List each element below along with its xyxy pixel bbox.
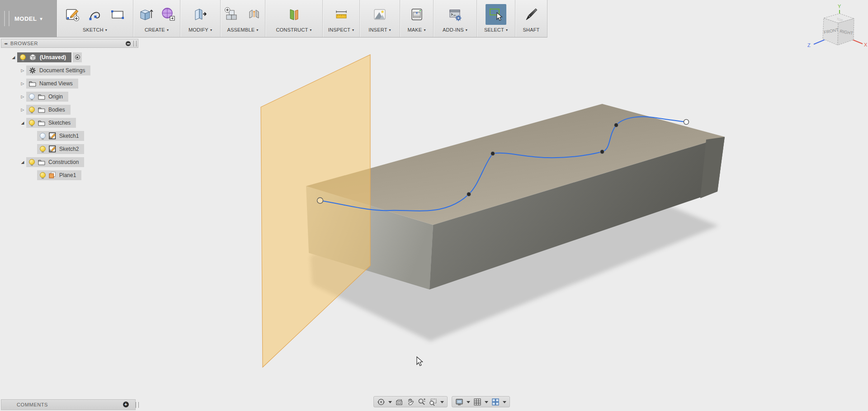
- chevron-down-icon[interactable]: [467, 401, 470, 403]
- tree-row-root[interactable]: ◢ (Unsaved): [1, 51, 138, 64]
- expander-icon[interactable]: ▷: [19, 81, 26, 86]
- spline-fit-point[interactable]: [467, 192, 471, 196]
- expander-icon[interactable]: ◢: [10, 55, 17, 60]
- panel-resize-grip[interactable]: [133, 41, 137, 47]
- expander-icon[interactable]: ▷: [19, 107, 26, 112]
- measure-icon[interactable]: [333, 6, 349, 23]
- toolbar-group-label[interactable]: MODIFY: [189, 27, 208, 33]
- toolbar-group-label[interactable]: CREATE: [145, 27, 165, 33]
- toolbar-group-label[interactable]: SHAFT: [523, 27, 539, 33]
- expander-icon[interactable]: ▷: [19, 94, 26, 99]
- shaft-tool-icon[interactable]: [523, 6, 539, 23]
- toolbar-group-label[interactable]: ASSEMBLE: [227, 27, 255, 33]
- visibility-bulb-icon[interactable]: [20, 54, 26, 60]
- toolbar-group-label[interactable]: SELECT: [484, 27, 504, 33]
- grid-icon[interactable]: [473, 398, 481, 406]
- tree-row-construction[interactable]: ◢ Construction: [1, 155, 138, 168]
- tree-row-label[interactable]: (Unsaved): [40, 54, 66, 61]
- tree-row-label[interactable]: Bodies: [48, 107, 65, 113]
- expander-icon[interactable]: ▷: [19, 68, 26, 73]
- select-tool-icon[interactable]: [488, 6, 504, 23]
- visibility-bulb-icon[interactable]: [29, 93, 35, 99]
- tree-row-label[interactable]: Document Settings: [39, 67, 85, 74]
- tree-row-label[interactable]: Plane1: [59, 172, 76, 178]
- visibility-bulb-icon[interactable]: [29, 159, 35, 165]
- sketch-icon: [49, 145, 56, 153]
- activate-component-radio[interactable]: [73, 52, 82, 62]
- browser-header[interactable]: ◂◂ BROWSER: [1, 39, 138, 48]
- folder-icon: [38, 120, 45, 126]
- zoom-window-icon[interactable]: [429, 398, 437, 406]
- workspace-selector[interactable]: MODEL ▾: [0, 0, 57, 37]
- collapse-panel-icon[interactable]: ◂◂: [4, 42, 7, 46]
- visibility-bulb-icon[interactable]: [29, 107, 35, 112]
- panel-options-icon[interactable]: [126, 41, 131, 46]
- tree-row-sketch2[interactable]: Sketch2: [1, 142, 138, 155]
- 3d-print-icon[interactable]: [409, 6, 425, 23]
- chevron-down-icon: ▾: [105, 28, 107, 32]
- scripts-addins-icon[interactable]: [447, 6, 463, 23]
- rectangle-tool-icon[interactable]: [109, 6, 126, 23]
- joint-icon[interactable]: [246, 6, 262, 23]
- visibility-bulb-icon[interactable]: [29, 120, 35, 126]
- toolbar-group-label[interactable]: CONSTRUCT: [276, 27, 308, 33]
- tree-row-sketches[interactable]: ◢ Sketches: [1, 116, 138, 129]
- visibility-bulb-icon[interactable]: [40, 146, 46, 152]
- tree-row-document-settings[interactable]: ▷ Document Settings: [1, 64, 138, 77]
- comments-bar[interactable]: COMMENTS +: [1, 399, 136, 410]
- toolbar-group-addins: ADD-INS▾: [434, 0, 477, 37]
- tree-row-origin[interactable]: ▷ Origin: [1, 90, 138, 103]
- press-pull-icon[interactable]: [192, 6, 208, 23]
- construction-plane[interactable]: [261, 55, 370, 367]
- chevron-down-icon[interactable]: [485, 401, 488, 403]
- spline-fit-point[interactable]: [614, 123, 618, 127]
- spline-tool-icon[interactable]: [87, 6, 103, 23]
- toolbar-grip[interactable]: [4, 11, 9, 26]
- spline-start-point[interactable]: [317, 198, 323, 204]
- viewports-icon[interactable]: [491, 398, 500, 406]
- visibility-bulb-icon[interactable]: [40, 133, 46, 139]
- viewcube[interactable]: TOP FRONT RIGHT Y Z X: [807, 4, 868, 48]
- tree-row-sketch1[interactable]: Sketch1: [1, 129, 138, 142]
- tree-row-label[interactable]: Sketches: [48, 120, 71, 126]
- chevron-down-icon[interactable]: [503, 401, 506, 403]
- tree-row-named-views[interactable]: ▷ Named Views: [1, 77, 138, 90]
- chevron-down-icon[interactable]: [388, 401, 392, 403]
- folder-icon: [38, 159, 45, 165]
- zoom-icon[interactable]: [418, 398, 426, 406]
- display-settings-icon[interactable]: [455, 398, 463, 406]
- form-icon[interactable]: [160, 6, 176, 23]
- tree-row-label[interactable]: Sketch1: [59, 133, 79, 139]
- construct-plane-icon[interactable]: [286, 6, 302, 23]
- expander-icon[interactable]: ◢: [19, 160, 26, 164]
- tree-row-label[interactable]: Named Views: [39, 80, 73, 87]
- tree-row-plane1[interactable]: Plane1: [1, 168, 138, 182]
- toolbar-group-label[interactable]: SKETCH: [83, 27, 104, 33]
- chevron-down-icon: ▾: [389, 28, 391, 32]
- toolbar-group-label[interactable]: ADD-INS: [443, 27, 464, 33]
- tree-row-bodies[interactable]: ▷ Bodies: [1, 103, 138, 116]
- spline-end-point[interactable]: [684, 120, 689, 125]
- panel-resize-grip[interactable]: [136, 402, 139, 408]
- pan-icon[interactable]: [406, 398, 415, 406]
- insert-image-icon[interactable]: [372, 6, 388, 23]
- toolbar-group-label[interactable]: MAKE: [407, 27, 422, 33]
- toolbar-group-modify: MODIFY▾: [180, 0, 221, 37]
- add-comment-icon[interactable]: +: [123, 402, 129, 407]
- orbit-icon[interactable]: [377, 398, 385, 406]
- extrude-icon[interactable]: [137, 6, 154, 23]
- tree-row-label[interactable]: Origin: [48, 93, 63, 100]
- chevron-down-icon[interactable]: [440, 401, 444, 403]
- visibility-bulb-icon[interactable]: [40, 172, 46, 178]
- create-sketch-icon[interactable]: [64, 6, 80, 23]
- toolbar-group-label[interactable]: INSERT: [368, 27, 387, 33]
- spline-fit-point[interactable]: [600, 150, 604, 154]
- look-at-icon[interactable]: [395, 398, 403, 406]
- tree-row-label[interactable]: Sketch2: [59, 146, 79, 152]
- toolbar-group-label[interactable]: INSPECT: [328, 27, 350, 33]
- expander-icon[interactable]: ◢: [19, 121, 26, 125]
- new-component-icon[interactable]: [223, 6, 240, 23]
- spline-fit-point[interactable]: [491, 152, 495, 156]
- tree-row-label[interactable]: Construction: [48, 159, 79, 165]
- toolbar-group-sketch: SKETCH▾: [57, 0, 133, 37]
